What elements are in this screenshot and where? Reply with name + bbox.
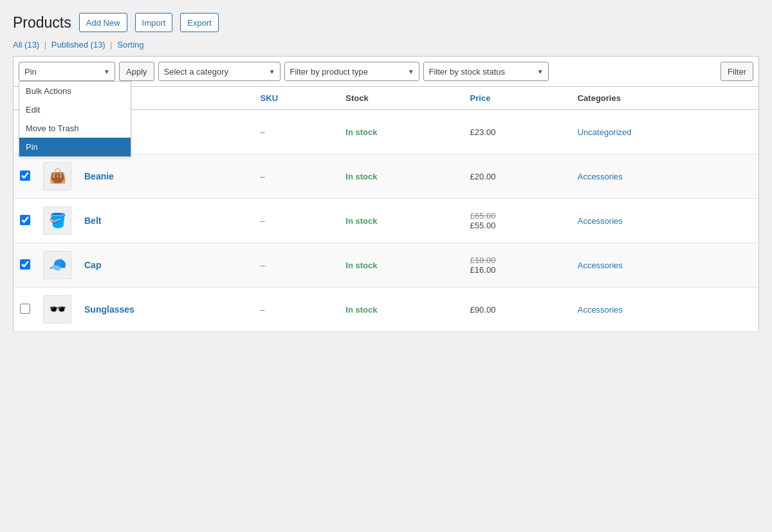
row-checkbox[interactable] [20,259,30,270]
product-sku: – [254,243,340,288]
page-header: Products Add New Import Export [13,13,759,32]
bulk-actions-option-trash[interactable]: Move to Trash [19,119,131,138]
table-row: 🪣Belt–In stock£65.00£55.00Accessories [14,199,759,243]
product-name-link[interactable]: Belt [84,216,101,226]
product-name-link[interactable]: Sunglasses [84,304,134,315]
product-sku: – [254,154,340,199]
stock-status-select-wrap: Filter by stock status In stock Out of s… [423,62,549,81]
col-categories-header: Categories [571,87,759,110]
row-checkbox[interactable] [20,215,30,225]
import-button[interactable]: Import [135,13,173,32]
product-price: £23.00 [464,110,571,154]
toolbar-right: Filter [721,62,753,81]
product-price: £90.00 [464,288,571,332]
product-name-link[interactable]: Beanie [84,171,114,181]
toolbar: Bulk Actions Edit Move to Trash Pin ▼ Bu… [13,56,759,86]
bulk-actions-dropdown-wrap: Bulk Actions Edit Move to Trash Pin ▼ Bu… [19,62,115,81]
filter-all-link[interactable]: All (13) [13,40,42,50]
separator: | [44,40,46,50]
product-category-link[interactable]: Accessories [578,261,623,270]
filter-links: All (13) | Published (13) | Sorting [13,40,759,50]
row-checkbox[interactable] [20,304,30,314]
table-row: 👜Beanie–In stock£20.00Accessories [14,154,759,199]
col-stock-header: Stock [339,87,463,110]
product-stock: In stock [339,243,463,288]
bulk-actions-select-wrap: Bulk Actions Edit Move to Trash Pin ▼ [19,62,115,81]
filter-button[interactable]: Filter [721,62,753,81]
product-price: £20.00 [464,154,571,199]
product-sku: – [254,199,340,243]
product-sku: – [254,288,340,332]
product-stock: In stock [339,110,463,154]
bulk-actions-dropdown-menu: Bulk Actions Edit Move to Trash Pin [19,81,131,157]
product-stock: In stock [339,288,463,332]
product-category-link[interactable]: Accessories [578,305,623,315]
product-price: £18.00£16.00 [464,243,571,288]
add-new-button[interactable]: Add New [79,13,127,32]
product-sku: – [254,110,340,154]
product-category-link[interactable]: Accessories [578,172,623,181]
col-sku-header[interactable]: SKU [254,87,340,110]
product-thumbnail: 🧢 [43,251,71,279]
product-type-select-wrap: Filter by product type Simple Variable G… [284,62,419,81]
product-thumbnail: 👜 [43,162,71,190]
product-type-select[interactable]: Filter by product type Simple Variable G… [284,62,419,81]
export-button[interactable]: Export [180,13,219,32]
apply-button[interactable]: Apply [119,62,154,81]
product-stock: In stock [339,154,463,199]
bulk-actions-option-pin[interactable]: Pin [19,138,131,156]
bulk-actions-option-edit[interactable]: Edit [19,100,131,119]
product-category-link[interactable]: Uncategorized [578,127,632,137]
page-title: Products [13,14,71,32]
product-thumbnail: 🕶️ [43,295,71,324]
product-category-link[interactable]: Accessories [578,216,623,226]
separator2: | [110,40,112,50]
table-row: 🕶️Sunglasses–In stock£90.00Accessories [14,288,759,332]
product-thumbnail: 🪣 [43,206,71,235]
product-stock: In stock [339,199,463,243]
bulk-actions-option-bulk[interactable]: Bulk Actions [19,82,131,100]
toolbar-left: Bulk Actions Edit Move to Trash Pin ▼ Bu… [19,62,717,81]
filter-published-link[interactable]: Published (13) [51,40,107,50]
page-wrap: Products Add New Import Export All (13) … [0,0,772,532]
table-row: 🧢Cap–In stock£18.00£16.00Accessories [14,243,759,288]
product-price: £65.00£55.00 [464,199,571,243]
col-price-header[interactable]: Price [464,87,571,110]
bulk-actions-select[interactable]: Bulk Actions Edit Move to Trash Pin [19,62,115,81]
category-select[interactable]: Select a category Accessories Uncategori… [158,62,280,81]
category-select-wrap: Select a category Accessories Uncategori… [158,62,280,81]
stock-status-select[interactable]: Filter by stock status In stock Out of s… [423,62,549,81]
filter-sorting-link[interactable]: Sorting [117,40,143,50]
product-name-link[interactable]: Cap [84,260,101,270]
row-checkbox[interactable] [20,170,30,181]
